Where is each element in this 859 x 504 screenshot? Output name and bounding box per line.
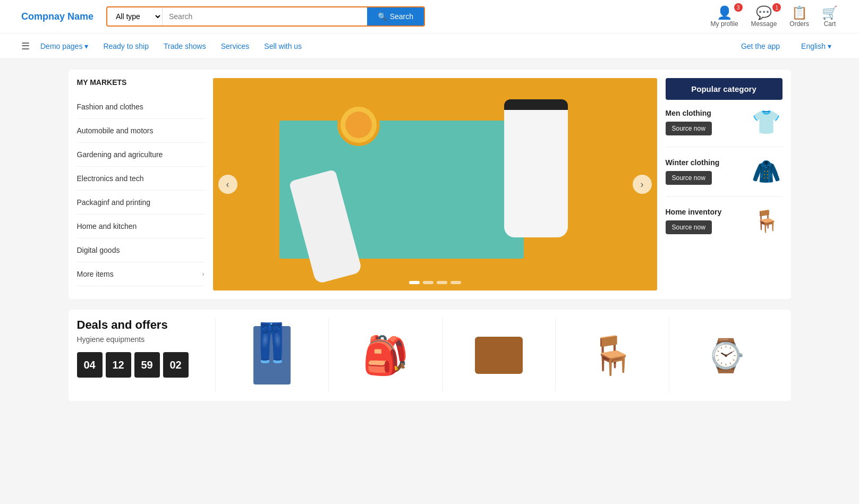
chevron-right-icon: › [202, 270, 205, 278]
men-clothing-title: Men clothing [666, 109, 712, 117]
search-button[interactable]: 🔍 Search [367, 7, 424, 25]
deal-product-smartwatch[interactable]: ⌚ [669, 318, 783, 392]
carousel-dot-4[interactable] [450, 281, 461, 284]
sidebar-item-automobile[interactable]: Automobile and motors [77, 119, 205, 143]
message-label: Message [751, 20, 777, 28]
category-winter-clothing: Winter clothing Source now 🧥 [666, 156, 783, 197]
deals-products: 👖 🎒 🪑 ⌚ [215, 318, 783, 392]
winter-clothing-title: Winter clothing [666, 158, 720, 167]
my-profile-icon-item[interactable]: 👤 3 My profile [711, 5, 738, 28]
cart-icon-item[interactable]: 🛒 Cart [822, 5, 838, 28]
countdown-minutes: 12 [106, 352, 131, 378]
logo: Compnay Name [21, 11, 96, 22]
home-inventory-source-btn[interactable]: Source now [666, 220, 712, 234]
cart-label: Cart [824, 20, 836, 28]
nav-trade-shows[interactable]: Trade shows [157, 35, 212, 58]
carousel-orange-inner [345, 112, 372, 138]
men-clothing-source-btn[interactable]: Source now [666, 122, 712, 135]
jeans-product-image: 👖 [253, 326, 291, 385]
sidebar-item-packaging[interactable]: Packaginf and printing [77, 191, 205, 215]
main-content: MY MARKETS Fashion and clothes Automobil… [47, 70, 812, 401]
message-badge: 1 [772, 3, 781, 12]
deals-title: Deals and offers [77, 318, 205, 332]
orders-icon-item[interactable]: 📋 Orders [789, 5, 809, 28]
jacket-icon: 🧥 [752, 158, 781, 185]
sidebar-item-gardening[interactable]: Gardening and agriculture [77, 143, 205, 167]
nav-ready-to-ship[interactable]: Ready to ship [97, 35, 155, 58]
backpack-icon: 🎒 [362, 334, 409, 377]
jeans-icon: 👖 [248, 321, 294, 364]
hamburger-menu[interactable]: ☰ [21, 40, 30, 52]
category-men-clothing-left: Men clothing Source now [666, 109, 712, 135]
profile-badge: 3 [734, 3, 743, 12]
cart-icon: 🛒 [822, 5, 838, 20]
sidebar-item-digital[interactable]: Digital goods [77, 238, 205, 262]
deal-product-brown-case[interactable] [442, 318, 556, 392]
search-container: All type Products Suppliers Buyers 🔍 Sea… [106, 6, 425, 27]
message-icon-item[interactable]: 💬 1 Message [751, 5, 777, 28]
sidebar-item-home-kitchen[interactable]: Home and kitchen [77, 215, 205, 238]
chair-icon: 🪑 [753, 209, 780, 234]
nav-right: Get the app English ▾ [735, 35, 838, 58]
popular-category-header: Popular category [666, 78, 783, 100]
search-input[interactable] [163, 7, 367, 25]
search-icon: 🔍 [378, 12, 387, 21]
carousel-art [213, 78, 657, 291]
deals-left: Deals and offers Hygiene equipments 04 1… [77, 318, 215, 392]
carousel-dot-1[interactable] [409, 281, 420, 284]
chevron-down-icon: ▾ [828, 42, 831, 50]
sidebar-item-more-items[interactable]: More items › [77, 262, 205, 286]
sidebar: MY MARKETS Fashion and clothes Automobil… [77, 78, 205, 291]
countdown: 04 12 59 02 [77, 352, 205, 378]
brown-case-image [475, 337, 523, 374]
carousel-orange-slice [337, 104, 380, 146]
top-icons: 👤 3 My profile 💬 1 Message 📋 Orders 🛒 Ca… [711, 5, 838, 28]
deal-product-gray-chair[interactable]: 🪑 [555, 318, 669, 392]
tshirt-icon: 👕 [752, 108, 781, 136]
carousel-next-button[interactable]: › [633, 175, 652, 194]
search-type-select[interactable]: All type Products Suppliers Buyers [107, 7, 163, 25]
orders-icon: 📋 [792, 5, 807, 20]
nav-services[interactable]: Services [215, 35, 256, 58]
countdown-hours: 04 [77, 352, 103, 378]
sidebar-item-fashion[interactable]: Fashion and clothes [77, 95, 205, 119]
home-inventory-title: Home inventory [666, 208, 722, 216]
countdown-seconds: 59 [134, 352, 160, 378]
carousel-dots [409, 281, 461, 284]
nav-bar: ☰ Demo pages ▾ Ready to ship Trade shows… [0, 33, 859, 59]
sidebar-title: MY MARKETS [77, 78, 205, 87]
popular-panel: Popular category Men clothing Source now… [666, 78, 783, 291]
category-home-inventory-left: Home inventory Source now [666, 208, 722, 234]
countdown-frames: 02 [163, 352, 189, 378]
profile-icon: 👤 [717, 5, 733, 20]
deal-product-jeans[interactable]: 👖 [215, 318, 329, 392]
nav-language[interactable]: English ▾ [795, 35, 838, 58]
sidebar-item-electronics[interactable]: Electronics and tech [77, 167, 205, 191]
category-home-inventory: Home inventory Source now 🪑 [666, 205, 783, 245]
carousel: ‹ › [213, 78, 657, 291]
gray-chair-icon: 🪑 [589, 334, 635, 377]
carousel-dot-2[interactable] [423, 281, 433, 284]
category-men-clothing: Men clothing Source now 👕 [666, 106, 783, 147]
smartwatch-icon: ⌚ [706, 337, 746, 374]
message-icon: 💬 [756, 5, 772, 20]
nav-get-app[interactable]: Get the app [735, 35, 786, 58]
nav-sell-with-us[interactable]: Sell with us [258, 35, 308, 58]
home-inventory-image: 🪑 [751, 205, 783, 237]
carousel-cup-large [504, 99, 568, 237]
deal-product-backpack[interactable]: 🎒 [328, 318, 442, 392]
men-clothing-image: 👕 [751, 106, 783, 138]
deals-subtitle: Hygiene equipments [77, 335, 205, 344]
deals-section: Deals and offers Hygiene equipments 04 1… [69, 310, 791, 401]
orders-label: Orders [789, 20, 809, 28]
chevron-down-icon: ▾ [84, 42, 88, 50]
category-winter-clothing-left: Winter clothing Source now [666, 158, 720, 185]
winter-clothing-source-btn[interactable]: Source now [666, 171, 712, 185]
carousel-prev-button[interactable]: ‹ [218, 175, 237, 194]
carousel-dot-3[interactable] [437, 281, 447, 284]
nav-demo-pages[interactable]: Demo pages ▾ [34, 35, 95, 58]
top-bar: Compnay Name All type Products Suppliers… [0, 0, 859, 33]
profile-label: My profile [711, 20, 738, 28]
hero-section: MY MARKETS Fashion and clothes Automobil… [69, 70, 791, 299]
winter-clothing-image: 🧥 [751, 156, 783, 187]
